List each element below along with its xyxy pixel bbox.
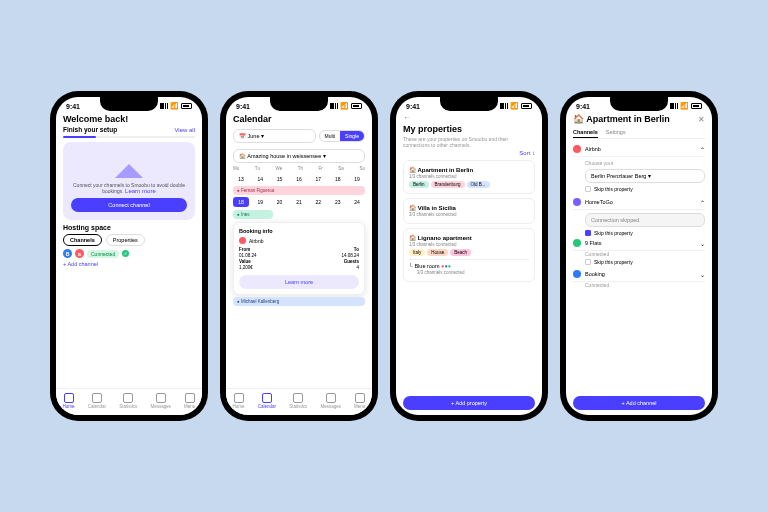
connected-badge: Connected bbox=[87, 250, 119, 258]
nav-menu[interactable]: Menu bbox=[354, 393, 365, 409]
hosting-title: Hosting space bbox=[63, 224, 195, 231]
properties-title: My properties bbox=[403, 124, 535, 134]
house-illustration bbox=[103, 150, 155, 178]
tab-properties[interactable]: Properties bbox=[106, 234, 145, 246]
notch bbox=[610, 97, 668, 111]
nav-calendar[interactable]: Calendar bbox=[88, 393, 106, 409]
stats-icon bbox=[293, 393, 303, 403]
chevron-up-icon[interactable]: ⌃ bbox=[700, 146, 705, 153]
nav-calendar[interactable]: Calendar bbox=[258, 393, 276, 409]
nav-home[interactable]: Home bbox=[63, 393, 75, 409]
channel-icon: a bbox=[75, 249, 84, 258]
menu-icon bbox=[185, 393, 195, 403]
connect-card: Connect your channels to Smoobu to avoid… bbox=[63, 142, 195, 220]
calendar-icon bbox=[92, 393, 102, 403]
chevron-down-icon[interactable]: ⌄ bbox=[700, 240, 705, 247]
tab-channels[interactable]: Channels bbox=[573, 129, 598, 138]
flats-icon bbox=[573, 239, 581, 247]
booking-icon bbox=[573, 270, 581, 278]
sort-button[interactable]: Sort ↕ bbox=[519, 150, 535, 156]
property-card[interactable]: 🏠 Apartment in Berlin 1/3 channels conne… bbox=[403, 160, 535, 194]
booking-event[interactable]: ● Michael Kallenberg bbox=[233, 297, 365, 306]
hometogo-icon bbox=[573, 198, 581, 206]
booking-event[interactable]: ● Ines bbox=[233, 210, 273, 219]
dates-row: 13141516171819 bbox=[233, 174, 365, 184]
notch bbox=[440, 97, 498, 111]
bottom-nav: Home Calendar Statistics Messages Menu bbox=[226, 388, 372, 415]
stats-icon bbox=[123, 393, 133, 403]
airbnb-icon bbox=[239, 237, 246, 244]
bottom-nav: Home Calendar Statistics Messages Menu bbox=[56, 388, 202, 415]
back-button[interactable]: ← bbox=[403, 113, 535, 122]
add-channel-link[interactable]: + Add channel bbox=[63, 261, 195, 267]
close-icon[interactable]: ✕ bbox=[698, 115, 705, 124]
skip-checkbox[interactable] bbox=[585, 186, 591, 192]
connect-channel-button[interactable]: Connect channel bbox=[71, 198, 187, 212]
channel-row: HomeToGo⌃ bbox=[573, 195, 705, 210]
chevron-down-icon[interactable]: ⌄ bbox=[700, 271, 705, 278]
setup-progress bbox=[63, 136, 195, 138]
month-select[interactable]: 📅 June ▾ bbox=[233, 129, 316, 143]
booking-popup: Booking info Airbnb FromTo 01.08.2414.08… bbox=[233, 222, 365, 295]
tab-channels[interactable]: Channels bbox=[63, 234, 102, 246]
channel-row: Airbnb⌃ bbox=[573, 142, 705, 157]
phone-properties: 9:41📶 ← My properties These are your pro… bbox=[390, 91, 548, 421]
skip-checkbox[interactable] bbox=[585, 230, 591, 236]
listing-select[interactable]: Berlin Prenzlauer Berg ▾ bbox=[585, 169, 705, 183]
nav-statistics[interactable]: Statistics bbox=[289, 393, 307, 409]
calendar-icon bbox=[262, 393, 272, 403]
booking-event[interactable]: ● Fernan Figueroa bbox=[233, 186, 365, 195]
add-channel-button[interactable]: + Add channel bbox=[573, 396, 705, 410]
properties-subtitle: These are your properties on Smoobu and … bbox=[403, 136, 535, 148]
nav-statistics[interactable]: Statistics bbox=[119, 393, 137, 409]
add-property-button[interactable]: + Add property bbox=[403, 396, 535, 410]
skip-checkbox[interactable] bbox=[585, 259, 591, 265]
notch bbox=[270, 97, 328, 111]
dates-row: 18192021222324 bbox=[233, 197, 365, 207]
phone-channels: 9:41📶 🏠 Apartment in Berlin✕ ChannelsSet… bbox=[560, 91, 718, 421]
nav-messages[interactable]: Messages bbox=[320, 393, 341, 409]
weekdays: MoTuWeThFrSaSu bbox=[233, 166, 365, 171]
nav-menu[interactable]: Menu bbox=[184, 393, 195, 409]
home-icon bbox=[64, 393, 74, 403]
nav-messages[interactable]: Messages bbox=[150, 393, 171, 409]
phone-home: 9:41📶 Welcome back! Finish your setupVie… bbox=[50, 91, 208, 421]
channel-row: Booking⌄ bbox=[573, 267, 705, 282]
channel-row[interactable]: B a Connected ✓ bbox=[63, 249, 195, 258]
welcome-title: Welcome back! bbox=[63, 114, 195, 124]
home-icon bbox=[234, 393, 244, 403]
view-toggle[interactable]: MultiSingle bbox=[319, 130, 365, 142]
messages-icon bbox=[156, 393, 166, 403]
calendar-title: Calendar bbox=[233, 114, 365, 124]
channel-row: 9 Flats⌄ bbox=[573, 236, 705, 251]
learn-more-button[interactable]: Learn more bbox=[239, 275, 359, 289]
tab-settings[interactable]: Settings bbox=[606, 129, 626, 138]
notch bbox=[100, 97, 158, 111]
nav-home[interactable]: Home bbox=[233, 393, 245, 409]
view-all-link[interactable]: View all bbox=[174, 127, 195, 133]
property-select[interactable]: 🏠 Amazing house in weissensee ▾ bbox=[233, 149, 365, 163]
messages-icon bbox=[326, 393, 336, 403]
channel-icon: B bbox=[63, 249, 72, 258]
property-title: 🏠 Apartment in Berlin bbox=[573, 114, 670, 124]
property-card[interactable]: 🏠 Lignano apartment 1/3 channels connect… bbox=[403, 228, 535, 282]
setup-title: Finish your setup bbox=[63, 126, 117, 133]
check-icon: ✓ bbox=[122, 250, 129, 257]
chevron-up-icon[interactable]: ⌃ bbox=[700, 199, 705, 206]
airbnb-icon bbox=[573, 145, 581, 153]
menu-icon bbox=[355, 393, 365, 403]
status-pill: Connection skipped bbox=[585, 213, 705, 227]
learn-more-link[interactable]: Learn more bbox=[125, 188, 156, 194]
phone-calendar: 9:41📶 Calendar 📅 June ▾ MultiSingle 🏠 Am… bbox=[220, 91, 378, 421]
property-card[interactable]: 🏠 Villa in Sicilia 3/3 channels connecte… bbox=[403, 198, 535, 224]
